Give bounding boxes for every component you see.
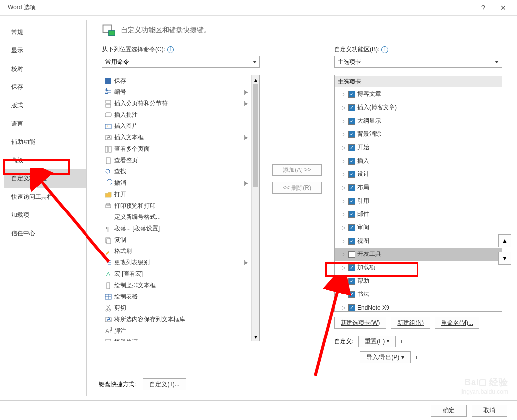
close-button[interactable]: ✕	[493, 4, 513, 12]
command-item[interactable]: 接受修订	[102, 336, 251, 341]
add-button[interactable]: 添加(A) >>	[272, 164, 322, 176]
sidebar-item-10[interactable]: 加载项	[4, 206, 86, 224]
command-item[interactable]: 插入批注	[102, 109, 251, 121]
command-item[interactable]: 查看整页	[102, 155, 251, 166]
sidebar-item-8[interactable]: 自定义功能区	[4, 169, 86, 188]
expand-chevron-icon[interactable]: ▷	[342, 171, 346, 177]
expand-chevron-icon[interactable]: ▷	[342, 225, 346, 230]
command-item[interactable]: A插入文本框|▸	[102, 132, 251, 143]
command-item[interactable]: 绘制竖排文本框	[102, 280, 251, 291]
keyboard-customize-button[interactable]: 自定义(T)...	[143, 378, 186, 390]
checkbox[interactable]: ✓	[348, 278, 355, 285]
tree-item[interactable]: ▷✓审阅	[335, 221, 502, 234]
expand-chevron-icon[interactable]: ▷	[342, 105, 346, 110]
command-item[interactable]: 定义新编号格式...	[102, 211, 251, 223]
sidebar-item-3[interactable]: 保存	[4, 78, 86, 96]
checkbox[interactable]: ✓	[348, 211, 355, 218]
command-item[interactable]: 插入分页符和分节符|▸	[102, 98, 251, 109]
tree-item[interactable]: ▷✓开始	[335, 141, 502, 154]
tree-item[interactable]: ▷✓加载项	[335, 261, 502, 274]
checkbox[interactable]: ✓	[348, 224, 355, 231]
tree-item[interactable]: ▷✓大纲显示	[335, 114, 502, 127]
sidebar-item-0[interactable]: 常规	[4, 23, 86, 42]
tree-item[interactable]: ✓书法	[335, 288, 502, 301]
checkbox[interactable]: ✓	[348, 171, 355, 178]
tree-item[interactable]: ▷✓帮助	[335, 274, 502, 288]
reset-button[interactable]: 重置(E) ▾	[358, 336, 395, 347]
commands-source-combo[interactable]: 常用命令	[102, 56, 260, 68]
expand-chevron-icon[interactable]: ▷	[342, 145, 346, 150]
sidebar-item-9[interactable]: 快速访问工具栏	[4, 188, 86, 206]
command-item[interactable]: 更改列表级别|▸	[102, 257, 251, 268]
new-tab-button[interactable]: 新建选项卡(W)	[334, 317, 386, 329]
sidebar-item-4[interactable]: 版式	[4, 96, 86, 115]
checkbox[interactable]: ✓	[348, 104, 355, 111]
command-item[interactable]: 剪切	[102, 302, 251, 314]
import-export-button[interactable]: 导入/导出(P) ▾	[360, 351, 411, 363]
tree-item[interactable]: ▷✓设计	[335, 168, 502, 181]
command-item[interactable]: 格式刷	[102, 246, 251, 257]
sidebar-item-6[interactable]: 辅助功能	[4, 133, 86, 151]
info-icon[interactable]: i	[416, 354, 417, 361]
info-icon[interactable]: i	[401, 338, 402, 345]
expand-chevron-icon[interactable]: ▷	[342, 305, 346, 310]
tree-item[interactable]: ▷✓视图	[335, 234, 502, 248]
scrollbar[interactable]: ▴ ▾	[251, 75, 259, 341]
expand-chevron-icon[interactable]: ▷	[342, 238, 346, 244]
scroll-thumb[interactable]	[253, 84, 258, 187]
checkbox[interactable]: ✓	[348, 264, 355, 271]
move-down-button[interactable]: ▼	[498, 252, 511, 265]
commands-listbox[interactable]: 保存12编号|▸插入分页符和分节符|▸插入批注插入图片A插入文本框|▸查看多个页…	[102, 75, 260, 341]
tree-item[interactable]: ▷✓插入(博客文章)	[335, 101, 502, 114]
checkbox[interactable]: ✓	[348, 184, 355, 191]
checkbox[interactable]: ✓	[348, 304, 355, 311]
expand-chevron-icon[interactable]: ▷	[342, 131, 346, 137]
rename-button[interactable]: 重命名(M)...	[435, 317, 479, 329]
ok-button[interactable]: 确定	[431, 405, 467, 417]
expand-chevron-icon[interactable]: ▷	[342, 198, 346, 204]
command-item[interactable]: 复制	[102, 234, 251, 246]
info-icon[interactable]: i	[381, 46, 388, 53]
tree-item[interactable]: ▷✓插入	[335, 154, 502, 168]
checkbox[interactable]: ✓	[348, 91, 355, 98]
move-up-button[interactable]: ▲	[498, 234, 511, 247]
help-button[interactable]: ?	[474, 4, 493, 12]
expand-chevron-icon[interactable]: ▷	[342, 118, 346, 124]
expand-chevron-icon[interactable]: ▷	[342, 265, 346, 270]
command-item[interactable]: 撤消|▸	[102, 177, 251, 189]
checkbox[interactable]: ✓	[348, 238, 355, 245]
tree-item[interactable]: ▷✓布局	[335, 181, 502, 194]
checkbox[interactable]: ✓	[348, 118, 355, 125]
command-item[interactable]: 打开	[102, 189, 251, 200]
tree-item[interactable]: ▷开发工具	[335, 248, 502, 261]
checkbox[interactable]: ✓	[348, 291, 355, 298]
sidebar-item-5[interactable]: 语言	[4, 115, 86, 133]
new-group-button[interactable]: 新建组(N)	[391, 317, 430, 329]
tree-item[interactable]: ▷✓博客文章	[335, 87, 502, 101]
info-icon[interactable]: i	[167, 46, 174, 53]
checkbox[interactable]: ✓	[348, 131, 355, 138]
checkbox[interactable]: ✓	[348, 158, 355, 165]
scroll-up-button[interactable]: ▴	[252, 75, 259, 84]
command-item[interactable]: A将所选内容保存到文本框库	[102, 314, 251, 325]
command-item[interactable]: 查找	[102, 166, 251, 177]
command-item[interactable]: 绘制表格	[102, 291, 251, 302]
expand-chevron-icon[interactable]: ▷	[342, 252, 346, 257]
expand-chevron-icon[interactable]: ▷	[342, 185, 346, 190]
command-item[interactable]: 插入图片	[102, 121, 251, 132]
command-item[interactable]: 打印预览和打印	[102, 200, 251, 211]
expand-chevron-icon[interactable]: ▷	[342, 278, 346, 284]
tree-item[interactable]: ▷✓背景消除	[335, 127, 502, 141]
remove-button[interactable]: << 删除(R)	[272, 182, 322, 194]
cancel-button[interactable]: 取消	[472, 405, 507, 417]
sidebar-item-2[interactable]: 校对	[4, 60, 86, 78]
sidebar-item-1[interactable]: 显示	[4, 42, 86, 60]
ribbon-target-combo[interactable]: 主选项卡	[334, 56, 502, 68]
command-item[interactable]: AB1脚注	[102, 325, 251, 336]
tree-item[interactable]: ▷✓EndNote X9	[335, 301, 502, 312]
expand-chevron-icon[interactable]: ▷	[342, 158, 346, 164]
tree-item[interactable]: ▷✓邮件	[335, 208, 502, 221]
checkbox[interactable]	[348, 251, 355, 258]
sidebar-item-7[interactable]: 高级	[4, 151, 86, 169]
command-item[interactable]: ¶段落... [段落设置]	[102, 223, 251, 234]
